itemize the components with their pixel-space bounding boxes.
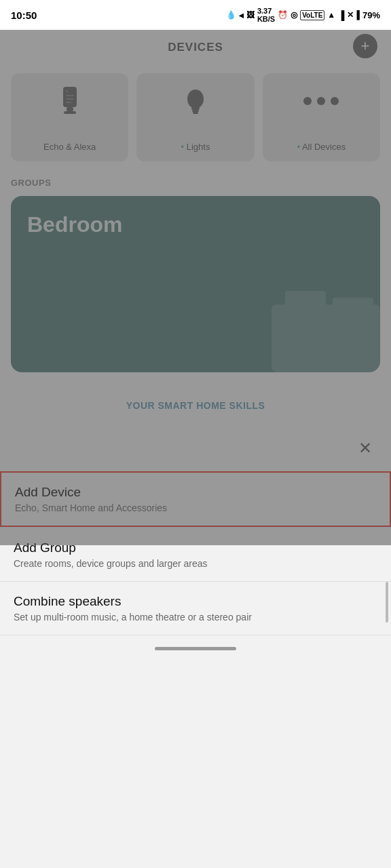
- devices-header: DEVICES +: [0, 30, 391, 62]
- groups-title: GROUPS: [11, 178, 380, 188]
- category-lights[interactable]: • Lights: [136, 73, 254, 161]
- svg-rect-0: [63, 87, 77, 107]
- add-device-button[interactable]: +: [353, 34, 377, 58]
- svg-rect-1: [66, 90, 68, 92]
- svg-rect-6: [64, 111, 76, 114]
- scroll-indicator: [386, 582, 388, 623]
- plus-icon: +: [361, 37, 370, 55]
- wifi-icon: ▲: [327, 10, 335, 20]
- skills-section[interactable]: YOUR SMART HOME SKILLS: [0, 386, 391, 425]
- svg-point-7: [187, 90, 204, 108]
- more-icon: [301, 87, 341, 115]
- lights-dot: •: [181, 142, 187, 152]
- category-all-devices[interactable]: • All Devices: [263, 73, 380, 161]
- page-title: DEVICES: [168, 41, 223, 54]
- svg-rect-2: [66, 95, 74, 96]
- volte-icon: VoLTE: [300, 10, 324, 20]
- svg-rect-15: [285, 291, 326, 352]
- close-button-row: ✕: [0, 425, 391, 471]
- status-time: 10:50: [11, 9, 37, 21]
- image-icon: 🖼: [246, 10, 255, 20]
- add-group-title: Add Group: [14, 540, 377, 555]
- signal-x-icon: ✕▐: [347, 10, 360, 20]
- svg-rect-9: [192, 110, 199, 112]
- categories-grid: Echo & Alexa • Lights: [11, 73, 380, 161]
- combine-speakers-title: Combine speakers: [14, 594, 377, 609]
- status-icons: 💧 ◂ 🖼 3.37KB/S ⏰ ◎ VoLTE ▲ ▐ ✕▐ 79%: [226, 7, 380, 23]
- svg-rect-5: [67, 107, 73, 111]
- category-echo-alexa[interactable]: Echo & Alexa: [11, 73, 128, 161]
- add-device-menu-item[interactable]: Add Device Echo, Smart Home and Accessor…: [0, 471, 391, 527]
- close-icon: ✕: [358, 439, 372, 458]
- svg-rect-4: [66, 102, 71, 103]
- echo-alexa-label: Echo & Alexa: [43, 142, 96, 152]
- add-group-subtitle: Create rooms, device groups and larger a…: [14, 558, 377, 569]
- home-indicator: [0, 635, 391, 656]
- combine-speakers-menu-item[interactable]: Combine speakers Set up multi-room music…: [0, 582, 391, 635]
- combine-speakers-subtitle: Set up multi-room music, a home theatre …: [14, 612, 377, 623]
- skills-link[interactable]: YOUR SMART HOME SKILLS: [126, 400, 265, 411]
- bedroom-bg-decoration: [258, 250, 380, 372]
- svg-rect-8: [191, 107, 200, 110]
- add-device-subtitle: Echo, Smart Home and Accessories: [15, 502, 376, 513]
- lights-label: • Lights: [181, 142, 210, 152]
- speaker-icon: [57, 87, 83, 125]
- svg-point-12: [317, 97, 325, 105]
- signal-icon: ▐: [338, 10, 344, 20]
- drop-icon: 💧: [226, 10, 236, 20]
- categories-section: Echo & Alexa • Lights: [0, 62, 391, 175]
- bedroom-group-card[interactable]: Bedroom: [11, 196, 380, 372]
- speed-label: 3.37KB/S: [257, 7, 275, 23]
- alarm-icon: ⏰: [278, 10, 288, 20]
- add-device-title: Add Device: [15, 485, 376, 500]
- target-icon: ◎: [291, 10, 297, 20]
- svg-rect-16: [333, 298, 373, 352]
- close-button[interactable]: ✕: [353, 436, 377, 460]
- svg-rect-10: [193, 112, 198, 114]
- all-devices-label: • All Devices: [297, 142, 346, 152]
- svg-point-11: [303, 97, 312, 105]
- bulb-icon: [182, 87, 209, 125]
- battery-label: 79%: [362, 10, 380, 20]
- svg-rect-3: [66, 98, 74, 100]
- all-devices-dot: •: [297, 142, 301, 152]
- bedroom-title: Bedroom: [27, 212, 122, 237]
- status-bar: 10:50 💧 ◂ 🖼 3.37KB/S ⏰ ◎ VoLTE ▲ ▐ ✕▐ 79…: [0, 0, 391, 30]
- svg-point-13: [331, 97, 339, 105]
- groups-section: GROUPS Bedroom: [0, 175, 391, 386]
- bottom-sheet: ✕ Add Device Echo, Smart Home and Access…: [0, 425, 391, 635]
- nav-icon: ◂: [239, 10, 244, 20]
- home-bar: [155, 647, 236, 650]
- add-group-menu-item[interactable]: Add Group Create rooms, device groups an…: [0, 528, 391, 582]
